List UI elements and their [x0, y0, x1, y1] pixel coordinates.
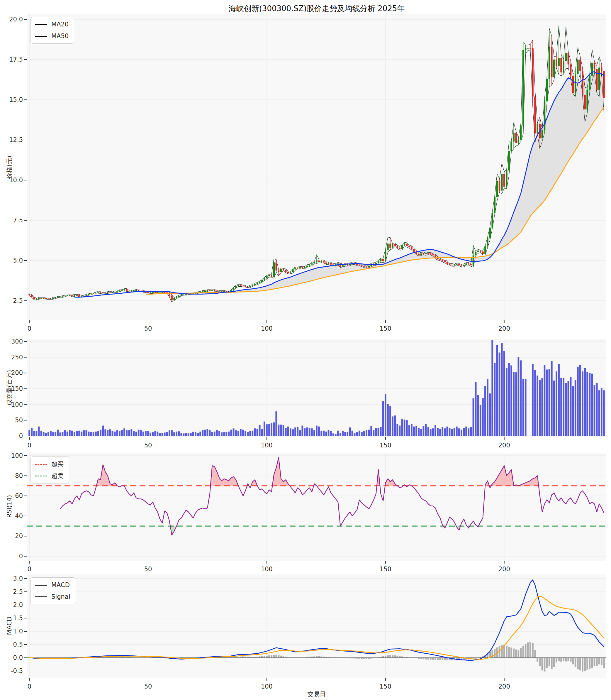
price-ytick: 2.5	[0, 297, 23, 304]
macd-line-swatch	[35, 585, 47, 586]
macd-ytick: 1.0	[0, 628, 23, 635]
legend-item-ma20: MA20	[35, 20, 69, 29]
chart-canvas	[0, 0, 611, 700]
legend-label-macd: MACD	[51, 582, 70, 588]
rsi-ytick: 0	[0, 553, 23, 560]
legend-label-signal: Signal	[51, 593, 70, 600]
oversold-line-swatch	[35, 476, 47, 477]
x-tick-label: 100	[261, 683, 273, 690]
rsi-ytick: 60	[0, 492, 23, 499]
volume-ytick: 200	[0, 369, 23, 376]
x-tick-label: 100	[261, 442, 273, 449]
macd-ytick: 1.5	[0, 615, 23, 622]
volume-ytick: 300	[0, 338, 23, 345]
x-tick-label: 200	[498, 442, 510, 449]
ma20-line-swatch	[35, 24, 47, 25]
rsi-ytick: 40	[0, 512, 23, 520]
legend-label-oversold: 超卖	[51, 472, 64, 480]
price-legend: MA20 MA50	[30, 17, 74, 44]
x-tick-label: 50	[144, 325, 152, 332]
volume-ytick: 100	[0, 401, 23, 408]
rsi-legend: 超买 超卖	[30, 456, 69, 483]
legend-item-macd: MACD	[35, 581, 70, 589]
x-tick-label: 0	[27, 683, 31, 690]
rsi-ytick: 100	[0, 452, 23, 459]
x-tick-label: 0	[27, 325, 31, 332]
x-tick-label: 150	[380, 442, 391, 449]
legend-item-signal: Signal	[35, 592, 70, 601]
ma50-line-swatch	[35, 36, 47, 37]
rsi-ytick: 20	[0, 533, 23, 540]
signal-line-swatch	[35, 596, 47, 597]
price-ytick: 20.0	[0, 16, 23, 23]
legend-item-ma50: MA50	[35, 32, 69, 41]
x-tick-label: 50	[144, 683, 152, 690]
volume-ytick: 50	[0, 417, 23, 424]
macd-ytick: 0.5	[0, 641, 23, 648]
price-ytick: 7.5	[0, 217, 23, 224]
overbought-line-swatch	[35, 464, 47, 465]
macd-ytick: 3.0	[0, 575, 23, 582]
macd-ytick: 2.0	[0, 601, 23, 609]
x-tick-label: 0	[27, 566, 31, 573]
x-tick-label: 100	[261, 325, 273, 332]
rsi-ytick: 80	[0, 472, 23, 479]
x-tick-label: 200	[498, 325, 510, 332]
x-tick-label: 200	[498, 566, 510, 573]
price-ytick: 15.0	[0, 96, 23, 103]
macd-ytick: -0.5	[0, 668, 23, 674]
legend-label-ma20: MA20	[51, 21, 69, 28]
macd-legend: MACD Signal	[30, 578, 76, 604]
legend-item-oversold: 超卖	[35, 471, 64, 480]
x-axis-label: 交易日	[308, 690, 326, 698]
x-tick-label: 100	[261, 566, 273, 573]
x-tick-label: 50	[144, 442, 152, 449]
x-tick-label: 150	[380, 325, 391, 332]
legend-label-ma50: MA50	[51, 32, 69, 40]
macd-ytick: 0.0	[0, 654, 23, 661]
price-ytick: 12.5	[0, 136, 23, 144]
x-tick-label: 0	[27, 442, 31, 449]
macd-ytick: 2.5	[0, 588, 23, 595]
chart-title: 海峡创新(300300.SZ)股价走势及均线分析 2025年	[229, 3, 405, 14]
volume-ytick: 150	[0, 385, 23, 392]
x-tick-label: 150	[380, 683, 391, 690]
x-tick-label: 150	[380, 566, 391, 573]
x-tick-label: 50	[144, 566, 152, 573]
price-ytick: 5.0	[0, 257, 23, 264]
price-ytick: 10.0	[0, 177, 23, 184]
volume-ytick: 0	[0, 433, 23, 439]
x-tick-label: 200	[498, 683, 510, 690]
volume-ytick: 250	[0, 354, 23, 361]
legend-label-overbought: 超买	[51, 460, 64, 468]
legend-item-overbought: 超买	[35, 460, 64, 468]
price-ytick: 17.5	[0, 56, 23, 63]
